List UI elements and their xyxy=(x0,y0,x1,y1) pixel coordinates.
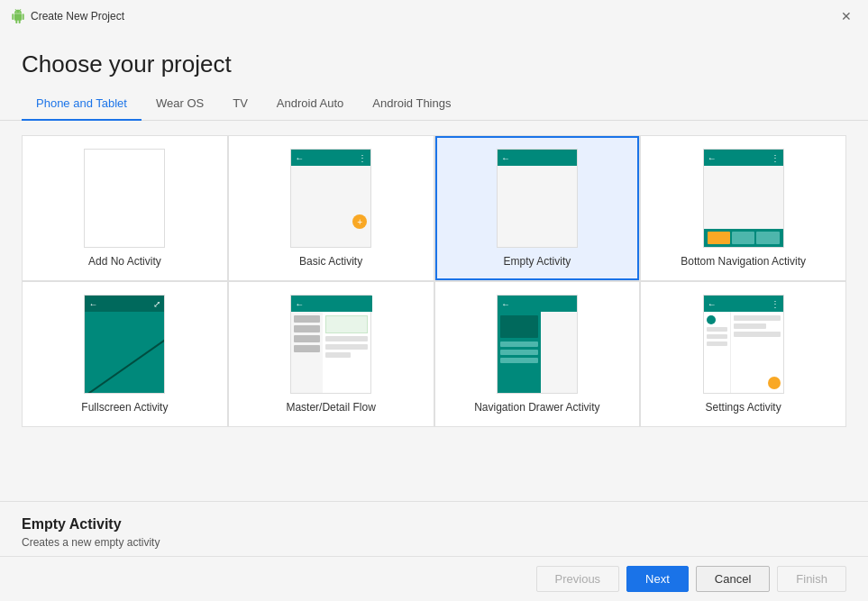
thumb-md-list-item-2 xyxy=(294,325,320,332)
thumb-settings-arrow: ← xyxy=(708,299,717,309)
activity-label-basic: Basic Activity xyxy=(299,255,362,268)
thumb-bottom-nav-content xyxy=(704,166,783,229)
thumb-nav-item-1 xyxy=(708,232,730,244)
activity-label-settings: Settings Activity xyxy=(706,401,781,414)
create-project-dialog: Create New Project ✕ Choose your project… xyxy=(0,0,868,601)
thumb-diagonal-line xyxy=(85,312,164,393)
previous-button[interactable]: Previous xyxy=(536,566,620,592)
activity-grid-area: Add No Activity ← ⋮ + B xyxy=(0,121,868,501)
activity-cell-fullscreen[interactable]: ← ⤢ Fullscreen Activity xyxy=(23,282,227,426)
activity-thumbnail-empty: ← xyxy=(448,149,627,248)
thumb-nav-item-3 xyxy=(756,232,779,244)
thumb-basic-fab: + xyxy=(352,214,367,229)
thumb-settings-dots: ⋮ xyxy=(771,299,780,309)
thumb-settings-content xyxy=(704,312,783,393)
activity-label-fullscreen: Fullscreen Activity xyxy=(81,401,168,414)
thumb-md-list-item-1 xyxy=(294,315,320,323)
thumb-md-line-2 xyxy=(325,344,368,350)
thumb-settings-line-2 xyxy=(707,334,728,339)
thumb-nav-drawer-content xyxy=(498,312,577,393)
thumb-settings-main-line-2 xyxy=(734,323,766,329)
thumb-md-bar-arrow: ← xyxy=(295,299,304,309)
thumb-bottom-nav: ← ⋮ xyxy=(703,149,784,248)
thumb-settings-sidebar xyxy=(704,312,732,393)
thumb-settings-main xyxy=(731,312,782,393)
activity-label-no-activity: Add No Activity xyxy=(88,255,161,268)
close-button[interactable]: ✕ xyxy=(836,7,857,25)
thumb-nav-drawer-arrow: ← xyxy=(501,299,510,309)
cancel-button[interactable]: Cancel xyxy=(696,566,770,592)
next-button[interactable]: Next xyxy=(626,566,689,592)
activity-label-empty: Empty Activity xyxy=(504,255,571,268)
activity-label-bottom-nav: Bottom Navigation Activity xyxy=(681,255,806,268)
activity-thumbnail-nav-drawer: ← xyxy=(448,295,627,394)
page-header: Choose your project xyxy=(0,32,868,87)
tab-phone-and-tablet[interactable]: Phone and Tablet xyxy=(22,87,142,121)
thumb-settings-gold-circle xyxy=(768,377,781,389)
activity-thumbnail-bottom-nav: ← ⋮ xyxy=(653,149,833,248)
activity-cell-bottom-nav[interactable]: ← ⋮ Bottom Navigation Activity xyxy=(641,136,845,280)
android-logo-icon xyxy=(11,9,25,23)
tab-tv[interactable]: TV xyxy=(218,87,262,121)
thumb-bottom-nav-dots: ⋮ xyxy=(771,153,780,163)
activity-cell-master-detail[interactable]: ← xyxy=(229,282,434,426)
thumb-fullscreen: ← ⤢ xyxy=(84,295,165,394)
thumb-empty: ← xyxy=(497,149,578,248)
selected-activity-name: Empty Activity xyxy=(22,516,846,533)
thumb-settings-line-1 xyxy=(707,327,728,332)
activity-cell-settings[interactable]: ← ⋮ xyxy=(641,282,845,426)
finish-button[interactable]: Finish xyxy=(777,566,846,592)
thumb-md-image xyxy=(325,315,368,333)
thumb-empty-arrow: ← xyxy=(501,153,510,163)
activity-cell-basic-activity[interactable]: ← ⋮ + Basic Activity xyxy=(229,136,434,280)
activity-cell-empty-activity[interactable]: ← Empty Activity xyxy=(435,136,640,280)
thumb-settings-main-line-1 xyxy=(734,315,780,321)
activity-label-master-detail: Master/Detail Flow xyxy=(286,401,375,414)
dialog-footer: Previous Next Cancel Finish xyxy=(0,556,868,601)
thumb-settings: ← ⋮ xyxy=(703,295,784,394)
thumb-md-detail xyxy=(323,312,370,393)
thumb-bottom-nav-top-bar: ← ⋮ xyxy=(704,150,783,166)
activity-thumbnail-basic: ← ⋮ + xyxy=(242,149,421,248)
thumb-md-content xyxy=(291,312,370,393)
thumb-md-line-3 xyxy=(325,352,351,358)
thumb-basic-dots: ⋮ xyxy=(358,153,367,163)
tab-android-auto[interactable]: Android Auto xyxy=(262,87,358,121)
activity-cell-nav-drawer[interactable]: ← xyxy=(435,282,640,426)
thumb-master-detail: ← xyxy=(290,295,371,394)
activity-thumbnail-no-activity xyxy=(35,149,215,248)
thumb-basic-content xyxy=(291,166,370,247)
thumb-md-list xyxy=(291,312,323,393)
thumb-empty-content xyxy=(498,166,577,247)
thumb-nav-drawer: ← xyxy=(497,295,578,394)
thumb-nav-item-2 xyxy=(732,232,754,244)
thumb-basic: ← ⋮ + xyxy=(290,149,371,248)
tab-android-things[interactable]: Android Things xyxy=(358,87,465,121)
thumb-nav-drawer-bar: ← xyxy=(498,296,577,312)
activity-thumbnail-master-detail: ← xyxy=(242,295,421,394)
thumb-nav-drawer-panel xyxy=(498,312,541,393)
thumb-basic-bar: ← ⋮ xyxy=(291,150,370,166)
tab-wear-os[interactable]: Wear OS xyxy=(142,87,218,121)
thumb-nav-drawer-main xyxy=(541,312,577,393)
title-bar: Create New Project ✕ xyxy=(0,0,868,32)
thumb-fullscreen-diagonal xyxy=(85,312,164,393)
dialog-content: Choose your project Phone and Tablet Wea… xyxy=(0,32,868,601)
selected-activity-info: Empty Activity Creates a new empty activ… xyxy=(0,501,868,556)
activity-thumbnail-settings: ← ⋮ xyxy=(653,295,833,394)
page-title: Choose your project xyxy=(22,50,846,78)
tabs-bar: Phone and Tablet Wear OS TV Android Auto… xyxy=(0,87,868,121)
thumb-nav-item-line-3 xyxy=(500,358,538,363)
thumb-bottom-nav-arrow: ← xyxy=(708,153,717,163)
thumb-bottom-nav-bar xyxy=(704,229,783,247)
thumb-fullscreen-arrow: ← xyxy=(88,299,97,309)
thumb-basic-arrow: ← xyxy=(295,153,304,163)
thumb-nav-item-line-2 xyxy=(500,350,538,355)
thumb-md-line-1 xyxy=(325,336,368,341)
selected-activity-description: Creates a new empty activity xyxy=(22,536,846,549)
thumb-settings-bar: ← ⋮ xyxy=(704,296,783,312)
thumb-fullscreen-bar: ← ⤢ xyxy=(85,296,164,312)
thumb-settings-line-3 xyxy=(707,341,728,346)
activity-cell-add-no-activity[interactable]: Add No Activity xyxy=(23,136,227,280)
thumb-empty-bar: ← xyxy=(498,150,577,166)
